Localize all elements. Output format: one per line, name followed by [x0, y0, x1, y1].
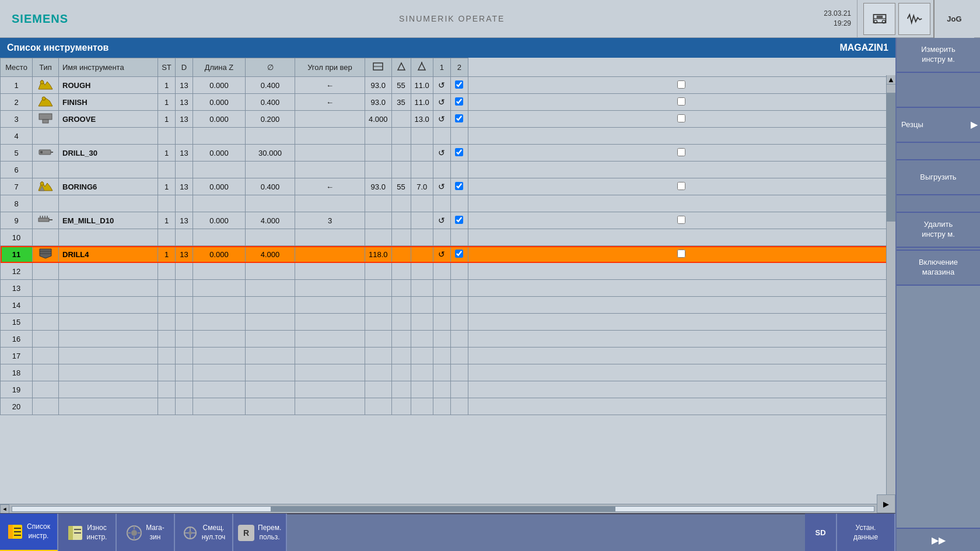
nav-btn-magazine[interactable]: Мага- зин	[117, 514, 175, 551]
cb2-cell[interactable]	[468, 111, 895, 128]
table-row[interactable]: 16	[1, 331, 895, 348]
table-row[interactable]: 18	[1, 364, 895, 381]
cb1-cell[interactable]	[450, 314, 468, 331]
checkbox-1[interactable]	[455, 148, 463, 156]
checkbox-2[interactable]	[677, 114, 685, 122]
cb2-cell[interactable]	[468, 178, 895, 195]
cb2-cell[interactable]	[468, 314, 895, 331]
checkbox-1[interactable]	[455, 114, 463, 122]
sidebar-btn-delete[interactable]: Удалитьинстру м.	[897, 213, 980, 248]
table-row[interactable]: 20	[1, 398, 895, 415]
checkbox-1[interactable]	[455, 182, 463, 190]
nav-btn-settings[interactable]: Устан. данные	[837, 514, 895, 551]
tool-icon-cell	[33, 145, 59, 162]
nav-btn-offset[interactable]: Смещ. нул.точ	[175, 514, 233, 551]
table-row[interactable]: 11DRILL41130.0004.000118.0↺	[1, 246, 895, 263]
sidebar-btn-cutters[interactable]: Резцы ▶	[897, 108, 980, 143]
cb2-cell[interactable]	[468, 212, 895, 229]
checkbox-2[interactable]	[677, 97, 685, 106]
cb2-cell[interactable]	[468, 297, 895, 314]
cb1-cell[interactable]	[450, 246, 468, 263]
table-row[interactable]: 14	[1, 297, 895, 314]
cb1-cell[interactable]	[450, 128, 468, 145]
cb2-cell[interactable]	[468, 331, 895, 348]
sidebar-btn-unload[interactable]: Выгрузить	[897, 160, 980, 195]
checkbox-2[interactable]	[677, 182, 685, 190]
cb1-cell[interactable]	[450, 331, 468, 348]
machine-icon-box[interactable]	[863, 3, 895, 35]
cb2-cell[interactable]	[468, 364, 895, 381]
cb1-cell[interactable]	[450, 162, 468, 178]
cb1-cell[interactable]	[450, 280, 468, 297]
cb1-cell[interactable]	[450, 297, 468, 314]
table-row[interactable]: 17	[1, 348, 895, 364]
cb2-cell[interactable]	[468, 162, 895, 178]
checkbox-1[interactable]	[455, 250, 463, 258]
table-container[interactable]: Место Тип Имя инструмента ST D Длина Z ∅…	[0, 58, 895, 513]
waveform-icon-box[interactable]	[898, 3, 930, 35]
cb2-cell[interactable]	[468, 229, 895, 246]
sidebar-bottom-btn[interactable]: ▶▶	[897, 528, 980, 551]
nav-btn-list[interactable]: Список инстр.	[0, 514, 58, 551]
cb2-cell[interactable]	[468, 77, 895, 94]
table-row[interactable]: 3GROOVE1130.0000.2004.00013.0↺	[1, 111, 895, 128]
table-row[interactable]: 5DRILL_301130.00030.000↺	[1, 145, 895, 162]
cb1-cell[interactable]	[450, 398, 468, 415]
horizontal-scrollbar[interactable]: ◄ ►	[0, 504, 886, 513]
cb2-cell[interactable]	[468, 145, 895, 162]
checkbox-2[interactable]	[677, 148, 685, 156]
cb1-cell[interactable]	[450, 195, 468, 212]
cb2-cell[interactable]	[468, 128, 895, 145]
cb1-cell[interactable]	[450, 77, 468, 94]
nav-btn-wear[interactable]: Износ инстр.	[58, 514, 117, 551]
table-row[interactable]: 7BORING61130.0000.400←93.0557.0↺	[1, 178, 895, 195]
cb1-cell[interactable]	[450, 178, 468, 195]
checkbox-1[interactable]	[455, 216, 463, 224]
checkbox-1[interactable]	[455, 97, 463, 106]
nav-btn-sd[interactable]: SD	[805, 514, 837, 551]
table-row[interactable]: 15	[1, 314, 895, 331]
cb2-cell[interactable]	[468, 280, 895, 297]
table-row[interactable]: 12	[1, 263, 895, 280]
checkbox-2[interactable]	[677, 80, 685, 89]
table-row[interactable]: 1ROUGH1130.0000.400←93.05511.0↺	[1, 77, 895, 94]
cb1-cell[interactable]	[450, 364, 468, 381]
cb1-cell[interactable]	[450, 145, 468, 162]
cb2-cell[interactable]	[468, 246, 895, 263]
angle1-cell	[365, 398, 392, 415]
cb1-cell[interactable]	[450, 263, 468, 280]
cb1-cell[interactable]	[450, 381, 468, 398]
table-row[interactable]: 4	[1, 128, 895, 145]
scroll-left-arrow[interactable]: ◄	[0, 504, 9, 514]
scroll-up-arrow[interactable]: ▲	[887, 75, 895, 85]
pos-cell: 16	[1, 331, 33, 348]
cb2-cell[interactable]	[468, 195, 895, 212]
cb2-cell[interactable]	[468, 94, 895, 111]
vertical-scrollbar[interactable]: ▲ ▼	[886, 75, 895, 504]
st-cell: 1	[158, 212, 176, 229]
cb2-cell[interactable]	[468, 348, 895, 364]
expand-button[interactable]: ▶	[877, 494, 895, 513]
cb1-cell[interactable]	[450, 348, 468, 364]
table-row[interactable]: 9EM_MILL_D101130.0004.0003↺	[1, 212, 895, 229]
angle1-cell: 118.0	[365, 246, 392, 263]
nav-btn-r[interactable]: R Перем. польз.	[233, 514, 287, 551]
table-row[interactable]: 13	[1, 280, 895, 297]
cb1-cell[interactable]	[450, 111, 468, 128]
sidebar-btn-magazine[interactable]: Включениемагазина	[897, 251, 980, 286]
sidebar-btn-measure[interactable]: Измеритьинстру м.	[897, 38, 980, 73]
table-row[interactable]: 6	[1, 162, 895, 178]
cb2-cell[interactable]	[468, 263, 895, 280]
checkbox-1[interactable]	[455, 80, 463, 89]
table-row[interactable]: 19	[1, 381, 895, 398]
table-row[interactable]: 2FINISH1130.0000.400←93.03511.0↺	[1, 94, 895, 111]
cb1-cell[interactable]	[450, 229, 468, 246]
cb2-cell[interactable]	[468, 398, 895, 415]
table-row[interactable]: 10	[1, 229, 895, 246]
checkbox-2[interactable]	[677, 216, 685, 224]
table-row[interactable]: 8	[1, 195, 895, 212]
checkbox-2[interactable]	[677, 250, 685, 258]
cb1-cell[interactable]	[450, 94, 468, 111]
cb1-cell[interactable]	[450, 212, 468, 229]
cb2-cell[interactable]	[468, 381, 895, 398]
